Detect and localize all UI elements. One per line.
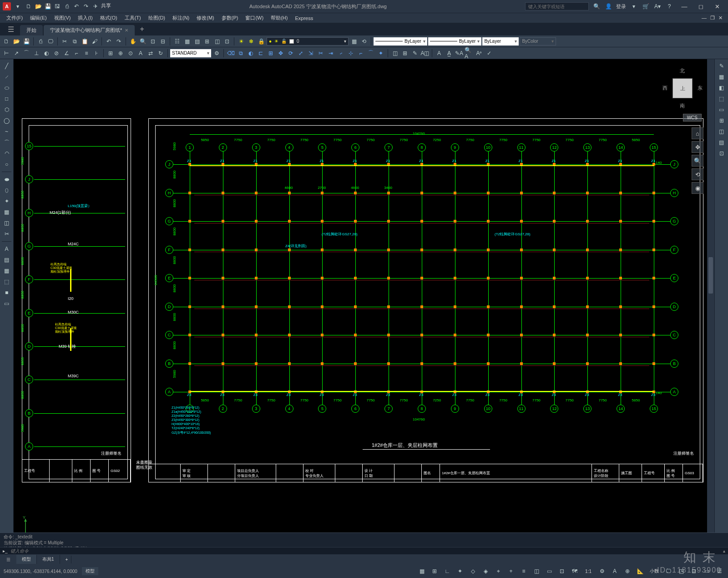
tb-undo-icon[interactable]: ↶: [104, 37, 113, 46]
dim-dia-icon[interactable]: ⊘: [52, 49, 61, 58]
tb-props-icon[interactable]: ☷: [172, 37, 182, 46]
sb-qp-icon[interactable]: ▭: [544, 566, 554, 576]
draw-tool-19[interactable]: ⬚: [1, 277, 12, 287]
mod-explode-icon[interactable]: ✦: [376, 49, 385, 58]
mod-erase-icon[interactable]: ⌫: [226, 49, 235, 58]
txt-find-icon[interactable]: 🔍A: [465, 49, 474, 58]
menu-window[interactable]: 窗口(W): [242, 13, 267, 23]
plot-icon[interactable]: ⎙: [63, 2, 71, 10]
mod-rotate-icon[interactable]: ⟳: [286, 49, 295, 58]
dim-tedit-icon[interactable]: ⇄: [146, 49, 155, 58]
palette-tool-7[interactable]: ▤: [716, 137, 727, 147]
tab-list-icon[interactable]: ☰: [5, 24, 16, 34]
txt-edit-icon[interactable]: ✎A: [455, 49, 464, 58]
minimize-button[interactable]: —: [676, 1, 693, 12]
cmd-expand-icon[interactable]: ▴: [723, 548, 725, 553]
draw-tool-13[interactable]: ▦: [1, 207, 12, 217]
dim-arc-icon[interactable]: ⌒: [22, 49, 31, 58]
mod-join-icon[interactable]: ⊹: [346, 49, 355, 58]
blk-edit-icon[interactable]: ✎: [410, 49, 420, 58]
dim-insp-icon[interactable]: ⊙: [126, 49, 135, 58]
menu-view[interactable]: 视图(V): [51, 13, 75, 23]
share-label[interactable]: 共享: [101, 2, 111, 10]
palette-tool-6[interactable]: ◫: [716, 127, 727, 137]
command-history[interactable]: 命令: _textedit 当前设置: 编辑模式 = Multiple 选择注释…: [0, 533, 728, 547]
sb-units-icon[interactable]: 📐: [635, 566, 645, 576]
layer-dropdown[interactable]: ●☀🔓 0 ▾: [267, 37, 349, 46]
menu-file[interactable]: 文件(F): [3, 13, 26, 23]
tb-layer1-icon[interactable]: ☀: [237, 37, 246, 46]
model-viewport[interactable]: A5980B8800C8800D8800E8800F8800G8800H8800…: [14, 59, 714, 554]
app-logo[interactable]: A: [3, 2, 11, 10]
tb-qcalc-icon[interactable]: ⊡: [222, 37, 232, 46]
blk-make-icon[interactable]: ◫: [390, 49, 399, 58]
palette-tool-5[interactable]: ⊞: [716, 116, 727, 126]
draw-tool-21[interactable]: ▭: [1, 299, 12, 309]
sb-polar-icon[interactable]: ✦: [455, 566, 465, 576]
menu-edit[interactable]: 编辑(E): [26, 13, 51, 23]
mod-copy-icon[interactable]: ⧉: [236, 49, 245, 58]
dim-rad-icon[interactable]: ◐: [42, 49, 51, 58]
menu-modify[interactable]: 修改(M): [193, 13, 218, 23]
saveas-icon[interactable]: 🖫: [53, 2, 61, 10]
tb-open-icon[interactable]: 📂: [12, 37, 21, 46]
draw-tool-5[interactable]: ◯: [1, 116, 12, 126]
doc-minimize-button[interactable]: —: [702, 15, 707, 21]
nav-btn-4[interactable]: ◉: [692, 182, 703, 194]
draw-tool-12[interactable]: ✦: [1, 196, 12, 206]
prop-color-dropdown[interactable]: ByColor▾: [520, 37, 556, 46]
qat-menu-icon[interactable]: ▾: [14, 2, 22, 10]
draw-tool-20[interactable]: ■: [1, 288, 12, 298]
sb-dyn-icon[interactable]: +: [506, 566, 516, 576]
tb-plot-icon[interactable]: ⎙: [36, 37, 45, 46]
tb-pan-icon[interactable]: ✋: [128, 37, 137, 46]
login-label[interactable]: 登录: [616, 3, 626, 10]
tab-start[interactable]: 开始: [20, 25, 43, 35]
sb-osnap-icon[interactable]: ◇: [468, 566, 478, 576]
draw-tool-18[interactable]: ▦: [1, 266, 12, 276]
mod-break-icon[interactable]: ⌿: [336, 49, 345, 58]
search-icon[interactable]: 🔍: [592, 2, 601, 10]
dim-tol-icon[interactable]: ⊞: [106, 49, 115, 58]
draw-tool-17[interactable]: ▤: [1, 255, 12, 265]
draw-tool-16[interactable]: A: [1, 244, 12, 254]
mod-chamfer-icon[interactable]: ⌐: [356, 49, 365, 58]
tb-cut-icon[interactable]: ✂: [60, 37, 69, 46]
menu-tools[interactable]: 工具(T): [121, 13, 145, 23]
sb-grid-icon[interactable]: ▦: [417, 566, 427, 576]
prop-plotstyle-dropdown[interactable]: ByLayer▾: [482, 37, 519, 46]
draw-tool-14[interactable]: ◫: [1, 218, 12, 228]
sb-ws-icon[interactable]: ⊕: [622, 566, 632, 576]
wcs-label[interactable]: WCS: [683, 114, 702, 122]
layout-list-icon[interactable]: ☰: [4, 554, 13, 564]
txt-style-icon[interactable]: Aᵃ: [475, 49, 484, 58]
command-line[interactable]: ▸_ ▴: [0, 547, 728, 554]
doc-restore-button[interactable]: ❐: [710, 15, 715, 21]
dimstyle-mgr-icon[interactable]: ⚙: [212, 49, 221, 58]
tab-add-button[interactable]: +: [137, 25, 147, 34]
tb-preview-icon[interactable]: 🖵: [46, 37, 55, 46]
blk-attr-icon[interactable]: A◫: [420, 49, 430, 58]
sb-model-label[interactable]: 模型: [82, 567, 98, 575]
viewcube-top-face[interactable]: 上: [672, 78, 693, 98]
nav-btn-2[interactable]: 🔍: [692, 155, 703, 167]
save-icon[interactable]: 💾: [44, 2, 52, 10]
dim-ang-icon[interactable]: ∠: [62, 49, 71, 58]
dim-linear-icon[interactable]: ⊢: [2, 49, 11, 58]
draw-tool-10[interactable]: ⬬: [1, 174, 12, 184]
sb-gear-icon[interactable]: ⚙: [597, 566, 607, 576]
dim-jog-icon[interactable]: ⌐: [72, 49, 81, 58]
share-icon[interactable]: ✈: [91, 2, 100, 10]
tb-save-icon[interactable]: 💾: [22, 37, 31, 46]
draw-tool-4[interactable]: ⬡: [1, 105, 12, 115]
tab-drawing[interactable]: 宁波某物流中心钢结构厂房图纸* ✕: [44, 25, 135, 35]
layout-tab-1[interactable]: 布局1: [37, 555, 60, 564]
mod-trim-icon[interactable]: ✂: [316, 49, 325, 58]
dim-aligned-icon[interactable]: ↗: [12, 49, 21, 58]
menu-insert[interactable]: 插入(I): [74, 13, 96, 23]
tb-tp-icon[interactable]: ▤: [192, 37, 202, 46]
dim-base-icon[interactable]: ≡: [82, 49, 91, 58]
mod-move-icon[interactable]: ✥: [276, 49, 285, 58]
tb-new-icon[interactable]: 🗋: [2, 37, 11, 46]
command-input[interactable]: [10, 548, 720, 553]
